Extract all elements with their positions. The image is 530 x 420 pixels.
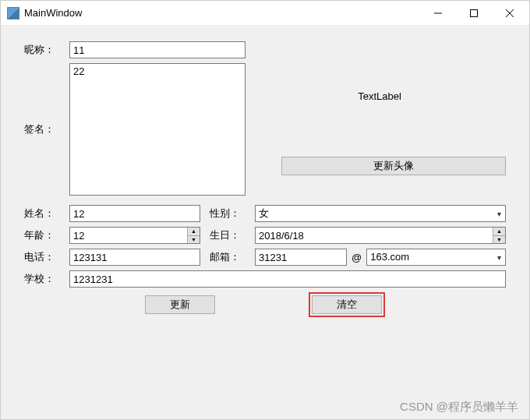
minimize-icon — [434, 9, 442, 17]
gender-select[interactable]: 女 — [255, 205, 506, 222]
email-at-label: @ — [347, 252, 366, 263]
clear-highlight: 清空 — [309, 292, 385, 317]
titlebar: MainWindow — [1, 1, 529, 26]
signature-textarea[interactable]: 22 — [69, 63, 246, 196]
svg-rect-1 — [471, 9, 478, 16]
avatar-text: TextLabel — [358, 90, 401, 102]
window-icon — [7, 7, 19, 19]
age-spin-buttons[interactable]: ▲▼ — [187, 228, 200, 243]
phone-label: 电话： — [24, 250, 69, 264]
email-user-input[interactable] — [255, 249, 347, 266]
age-spinbox[interactable] — [69, 227, 200, 244]
school-input[interactable] — [69, 270, 506, 288]
close-icon — [506, 9, 514, 17]
school-label: 学校： — [24, 272, 69, 286]
email-label: 邮箱： — [210, 250, 255, 264]
minimize-button[interactable] — [420, 2, 456, 25]
phone-input[interactable] — [69, 249, 200, 266]
avatar-placeholder: TextLabel — [281, 41, 478, 150]
name-label: 姓名： — [24, 206, 69, 221]
name-input[interactable] — [69, 205, 200, 222]
close-button[interactable] — [492, 2, 528, 25]
clear-button[interactable]: 清空 — [312, 295, 382, 314]
birthday-spin-buttons[interactable]: ▲▼ — [493, 228, 505, 243]
nickname-label: 昵称： — [24, 43, 69, 57]
window-controls — [420, 2, 528, 25]
maximize-button[interactable] — [456, 2, 492, 25]
nickname-input[interactable] — [69, 41, 246, 58]
form-content: 昵称： 签名： 22 TextLabel 更新头像 姓名： 性别： 女 — [1, 26, 529, 419]
window-title: MainWindow — [24, 7, 82, 19]
age-label: 年龄： — [24, 228, 69, 242]
maximize-icon — [470, 9, 478, 17]
email-domain-select[interactable]: 163.com — [366, 249, 506, 266]
update-button[interactable]: 更新 — [145, 295, 215, 314]
birthday-label: 生日： — [210, 228, 255, 242]
birthday-dateedit[interactable] — [255, 227, 506, 244]
watermark: CSDN @程序员懒羊羊 — [400, 400, 518, 415]
update-avatar-button[interactable]: 更新头像 — [281, 157, 506, 175]
signature-label: 签名： — [24, 122, 69, 136]
gender-label: 性别： — [210, 206, 255, 221]
